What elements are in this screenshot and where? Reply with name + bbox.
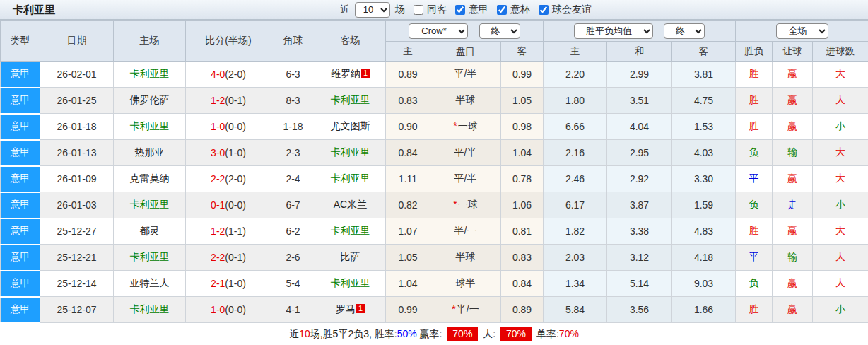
score-cell: 2-2(2-0) [186,166,271,192]
red-card-badge: 1 [356,304,365,313]
corners-cell: 4-1 [271,297,315,323]
match-history-table: 类型 日期 主场 比分(半场) 角球 客场 Crow* 终 胜平负均值 终 全场… [0,20,868,324]
handicap-home-odds-cell: 1.04 [386,271,430,297]
serie-a-checkbox[interactable] [455,5,465,15]
handicap-home-odds-cell: 1.11 [386,166,430,192]
league-cell: 意甲 [1,192,40,218]
handicap-home-odds-cell: 0.82 [386,192,430,218]
subcol-result: 胜负 [736,42,773,62]
result-cell: 平 [736,245,773,271]
near-count-select[interactable]: 10 [355,2,390,18]
avg-away-odds-cell: 4.75 [672,88,736,114]
handicap-time-select[interactable]: 终 [479,23,520,39]
handicap-home-odds-cell: 0.90 [386,114,430,140]
home-team-cell: 克雷莫纳 [114,166,186,192]
league-cell: 意甲 [1,140,40,166]
match-row: 意甲25-12-14亚特兰大2-1(1-0)5-4卡利亚里1.04球半0.841… [1,271,868,297]
subcol-handicap-line: 盘口 [430,42,501,62]
away-team-cell: 罗马1 [315,297,386,323]
score-cell: 2-1(1-0) [186,271,271,297]
avg-draw-odds-cell: 3.12 [607,245,672,271]
page-title: 卡利亚里 [13,0,55,20]
corners-cell: 1-18 [271,114,315,140]
result-cell: 负 [736,140,773,166]
club-friendly-checkbox[interactable] [539,5,549,15]
league-cell: 意甲 [1,218,40,245]
avg-draw-odds-cell: 3.87 [607,192,672,218]
avg-home-odds-cell: 6.17 [544,192,607,218]
goals-cell: 小 [813,192,868,218]
handicap-result-cell: 赢 [773,218,813,245]
stats-footer: 近10场,胜5平2负3, 胜率:50% 赢率: 70% 大: 70% 单率:70… [0,324,868,345]
score-cell: 3-0(1-0) [186,140,271,166]
avg-draw-odds-cell: 3.56 [607,297,672,323]
match-row: 意甲26-01-18卡利亚里1-0(0-0)1-18尤文图斯0.90*一球0.9… [1,114,868,140]
subcol-avg-away: 客 [672,42,736,62]
handicap-line-cell: 平/半 [430,140,501,166]
near-label: 近 [340,4,350,16]
avg-odds-select[interactable]: 胜平负均值 [574,23,653,39]
avg-away-odds-cell: 4.03 [672,140,736,166]
coppa-italia-checkbox[interactable] [497,5,507,15]
col-header-score: 比分(半场) [186,21,271,62]
handicap-line-cell: *一球 [430,192,501,218]
match-row: 意甲25-12-07卡利亚里1-0(0-0)4-1罗马10.99*半/一0.89… [1,297,868,323]
league-cell: 意甲 [1,88,40,114]
away-team-cell: AC米兰 [315,192,386,218]
score-cell: 1-0(0-0) [186,297,271,323]
goals-cell: 大 [813,271,868,297]
odds-provider-select[interactable]: Crow* [409,23,468,39]
avg-home-odds-cell: 2.20 [544,62,607,88]
match-row: 意甲25-12-21卡利亚里2-2(0-1)2-6比萨1.05半球0.832.0… [1,245,868,271]
avg-time-select[interactable]: 终 [664,23,705,39]
goals-cell: 大 [813,88,868,114]
handicap-away-odds-cell: 0.99 [501,62,544,88]
handicap-line-cell: 平/半 [430,166,501,192]
handicap-result-cell: 输 [773,245,813,271]
red-card-badge: 1 [361,69,370,78]
handicap-home-odds-cell: 0.84 [386,140,430,166]
match-row: 意甲26-01-03卡利亚里0-1(0-0)6-7AC米兰0.82*一球1.06… [1,192,868,218]
result-cell: 胜 [736,114,773,140]
handicap-result-cell: 赢 [773,297,813,323]
club-friendly-label: 球会友谊 [552,4,592,16]
goals-cell: 大 [813,140,868,166]
away-team-cell: 卡利亚里 [315,218,386,245]
date-cell: 26-02-01 [40,62,114,88]
same-venue-checkbox[interactable] [414,5,423,15]
home-team-cell: 卡利亚里 [114,297,186,323]
subcol-handicap-away: 客 [501,42,544,62]
handicap-home-odds-cell: 1.05 [386,245,430,271]
avg-draw-odds-cell: 4.04 [607,114,672,140]
match-row: 意甲26-02-01卡利亚里4-0(2-0)6-3维罗纳10.89平/半0.99… [1,62,868,88]
result-cell: 胜 [736,297,773,323]
handicap-odds-group-header: Crow* 终 [386,21,544,42]
handicap-line-cell: 半球 [430,88,501,114]
result-cell: 胜 [736,88,773,114]
result-group-header: 全场 [736,21,868,42]
result-cell: 负 [736,192,773,218]
avg-home-odds-cell: 2.46 [544,166,607,192]
goals-cell: 大 [813,62,868,88]
footer-segment: 赢率: [417,328,445,339]
date-cell: 25-12-27 [40,218,114,245]
home-team-cell: 卡利亚里 [114,245,186,271]
avg-home-odds-cell: 1.34 [544,271,607,297]
handicap-away-odds-cell: 0.83 [501,245,544,271]
goals-cell: 大 [813,218,868,245]
col-header-home: 主场 [114,21,186,62]
match-scope-select[interactable]: 全场 [776,23,828,39]
handicap-away-odds-cell: 0.98 [501,114,544,140]
handicap-home-odds-cell: 1.07 [386,218,430,245]
handicap-away-odds-cell: 1.05 [501,88,544,114]
subcol-handicap-home: 主 [386,42,430,62]
handicap-home-odds-cell: 0.89 [386,62,430,88]
home-team-cell: 卡利亚里 [114,62,186,88]
home-team-cell: 都灵 [114,218,186,245]
league-cell: 意甲 [1,271,40,297]
col-header-type: 类型 [1,21,40,62]
avg-away-odds-cell: 3.30 [672,166,736,192]
corners-cell: 6-2 [271,218,315,245]
date-cell: 25-12-21 [40,245,114,271]
corners-cell: 2-4 [271,166,315,192]
